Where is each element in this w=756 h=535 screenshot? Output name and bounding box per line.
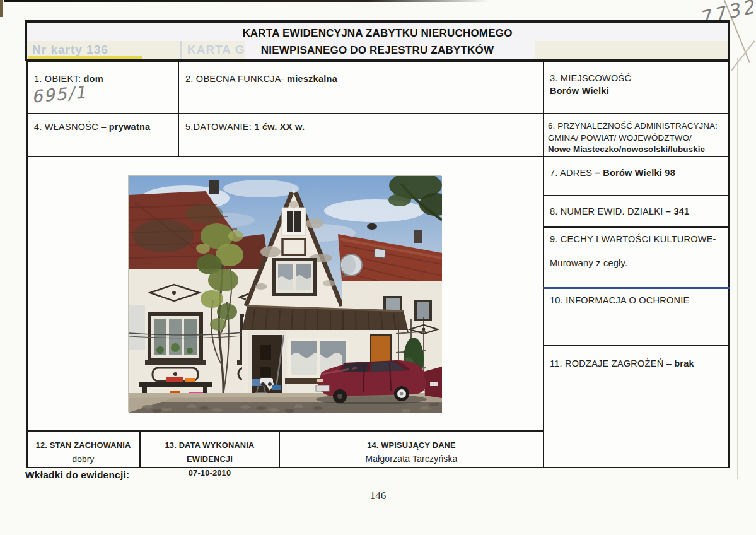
field-plot-number-value: – 341 <box>666 206 690 216</box>
field-condition-label: 12. STAN ZACHOWANIA <box>36 440 131 450</box>
field-recorded-by-label: 14. WPISUJĄCY DANE <box>367 440 456 450</box>
second-car <box>424 367 442 398</box>
field-plot-number: 8. NUMER EWID. DZIAŁKI – 341 <box>550 206 723 216</box>
field-record-date: 13. DATA WYKONANIA EWIDENCJI 07-10-2010 <box>141 438 278 479</box>
field-plot-number-label: 8. NUMER EWID. DZIAŁKI <box>550 206 663 216</box>
field-threats: 11. RODZAJE ZAGROŻEŃ – brak <box>550 358 723 368</box>
field-cultural-values-label: 9. CECHY I WARTOŚCI KULTUROWE- <box>550 234 716 244</box>
scan-edge-artifact-left <box>0 0 3 17</box>
field-ownership: 4. WŁASNOŚĆ – prywatna <box>34 122 173 132</box>
grid-line <box>26 113 730 114</box>
grid-line <box>543 226 730 228</box>
grid-line <box>139 431 141 468</box>
field-dating-value: 1 ćw. XX w. <box>254 122 305 132</box>
field-function-label: 2. OBECNA FUNKCJA- <box>185 74 284 84</box>
field-object: 1. OBIEKT: dom <box>34 74 173 84</box>
field-recorded-by: 14. WPISUJĄCY DANE Małgorzata Tarczyńska <box>281 438 542 466</box>
field-administrative: 6. PRZYNALEŻNOŚĆ ADMINISTRACYJNA: GMINA/… <box>548 121 727 156</box>
field-protection-info: 10. INFORMACJA O OCHRONIE <box>550 295 723 305</box>
grid-line <box>279 431 280 468</box>
field-dating: 5.DATOWANIE: 1 ćw. XX w. <box>185 122 526 132</box>
field-record-date-label: 13. DATA WYKONANIA EWIDENCJI <box>165 440 255 464</box>
building-photo <box>128 175 441 412</box>
field-address: 7. ADRES – Borów Wielki 98 <box>550 168 723 178</box>
attachments-label: Wkładki do ewidencji: <box>25 469 129 481</box>
field-address-label: 7. ADRES <box>550 168 592 178</box>
field-cultural-values: 9. CECHY I WARTOŚCI KULTUROWE- Murowany … <box>550 234 723 268</box>
porch-awning <box>242 306 409 332</box>
card-title-line2: NIEWPISANEGO DO REJESTRU ZABYTKÓW <box>27 44 728 57</box>
field-function: 2. OBECNA FUNKCJA- mieszkalna <box>185 74 526 84</box>
card-header: Nr karty 136 KARTA GMINNEJ KARTA EWIDENC… <box>25 20 730 61</box>
field-locality-label: 3. MIEJSCOWOŚĆ <box>550 73 631 83</box>
page-number: 146 <box>0 490 756 502</box>
field-condition: 12. STAN ZACHOWANIA dobry <box>28 438 139 466</box>
field-ownership-value: prywatna <box>109 122 151 132</box>
field-locality: 3. MIEJSCOWOŚĆ Borów Wielki <box>550 73 723 97</box>
field-record-date-value: 07-10-2010 <box>189 468 231 478</box>
field-cultural-values-value: Murowany z cegły. <box>550 258 723 268</box>
field-dating-label: 5.DATOWANIE: <box>185 122 252 132</box>
field-threats-value: brak <box>674 358 694 368</box>
field-object-value: dom <box>84 74 103 84</box>
field-function-value: mieszkalna <box>287 74 337 84</box>
field-object-label: 1. OBIEKT: <box>34 74 81 84</box>
grid-line <box>26 156 730 157</box>
grid-line <box>543 345 730 346</box>
grid-line <box>26 430 544 432</box>
field-administrative-value: Nowe Miasteczko/nowosolski/lubuskie <box>548 144 705 154</box>
grid-line <box>543 61 544 468</box>
field-recorded-by-value: Małgorzata Tarczyńska <box>365 454 457 464</box>
paper-edge-line <box>737 58 738 479</box>
field-condition-value: dobry <box>72 454 94 464</box>
field-protection-info-label: 10. INFORMACJA O OCHRONIE <box>550 295 689 305</box>
field-ownership-label: 4. WŁASNOŚĆ – <box>34 122 106 132</box>
field-threats-label: 11. RODZAJE ZAGROŻEŃ – <box>550 358 672 368</box>
building-photo-scene <box>129 176 442 413</box>
grid-line <box>178 61 179 156</box>
field-administrative-label2: GMINA/ POWIAT/ WOJEWÓDZTWO/ <box>548 133 692 143</box>
field-administrative-label1: 6. PRZYNALEŻNOŚĆ ADMINISTRACYJNA: <box>548 121 718 131</box>
scan-edge-artifact-top <box>4 0 489 2</box>
scanned-heritage-card-page: { "scan": { "handwritten_top_right": "77… <box>0 0 756 535</box>
blue-accent-line <box>543 287 730 289</box>
grid-line <box>543 195 730 196</box>
card-title-line1: KARTA EWIDENCYJNA ZABYTKU NIERUCHOMEGO <box>27 27 728 40</box>
field-address-value: – Borów Wielki 98 <box>595 168 675 178</box>
field-locality-value: Borów Wielki <box>550 86 609 96</box>
